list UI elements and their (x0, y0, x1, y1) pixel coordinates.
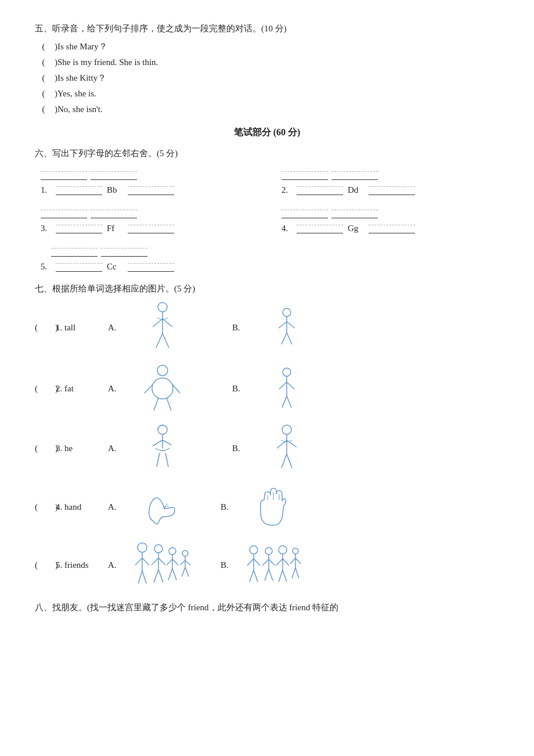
choice-a-label-hand: A. (108, 502, 124, 512)
svg-line-28 (157, 453, 160, 467)
svg-point-39 (138, 543, 147, 552)
svg-line-20 (279, 382, 287, 389)
svg-line-41 (135, 558, 142, 565)
svg-line-59 (180, 560, 185, 565)
word-friends: 5. friends (56, 560, 108, 570)
sentence-row-2: ( )She is my friend. She is thin. (35, 57, 499, 68)
paren-1: ( (35, 41, 52, 52)
letter-dd: Dd (348, 185, 364, 195)
svg-point-63 (250, 546, 258, 554)
svg-line-74 (269, 569, 273, 581)
svg-line-32 (277, 440, 287, 448)
svg-line-84 (295, 558, 301, 564)
svg-line-21 (287, 382, 294, 389)
svg-line-67 (250, 570, 254, 582)
svg-line-27 (163, 440, 171, 445)
letter-gg: Gg (348, 224, 364, 233)
svg-line-33 (287, 440, 297, 447)
figure-he-a (128, 424, 197, 473)
paren-3: ( (35, 73, 52, 84)
letter-bb: Bb (107, 185, 123, 195)
word-he: 3. he (56, 444, 108, 453)
svg-line-17 (167, 398, 171, 411)
svg-line-14 (145, 384, 153, 393)
section-write-letters: 六、写出下列字母的左邻右舍。(5 分) 1. Bb (35, 148, 499, 272)
paren-4: ( (35, 88, 52, 99)
svg-point-6 (283, 308, 291, 316)
svg-line-77 (276, 559, 283, 566)
letter-cc: Cc (107, 262, 123, 272)
num-5: 5. (41, 262, 51, 272)
svg-line-43 (138, 571, 142, 584)
svg-line-47 (151, 558, 158, 565)
figure-hand-b (240, 484, 310, 530)
choice-b-label-fat: B. (232, 384, 248, 394)
num-4: 4. (282, 224, 292, 233)
word-fat: 2. fat (56, 384, 108, 394)
svg-point-57 (182, 550, 188, 556)
sentence-text-3: )Is she Kitty？ (55, 73, 106, 84)
svg-point-69 (265, 548, 272, 555)
letter-grid: 1. Bb (41, 166, 499, 237)
svg-point-75 (279, 546, 287, 554)
paren-hand: ( ) (35, 502, 56, 513)
picture-row-4: ( ) 4. hand A. B. (35, 484, 499, 530)
figure-friends-b (240, 543, 310, 587)
svg-line-22 (282, 396, 287, 408)
svg-point-0 (158, 303, 167, 312)
choice-a-label-fat: A. (108, 384, 124, 394)
sentence-row-5: ( )No, she isn't. (35, 104, 499, 115)
sentence-text-5: )No, she isn't. (55, 105, 103, 114)
figure-hand-a (128, 487, 197, 527)
svg-line-3 (163, 319, 172, 327)
section-listening: 五、听录音，给下列句子排序，使之成为一段完整的对话。(10 分) ( )Is s… (35, 23, 499, 115)
svg-line-35 (287, 454, 292, 468)
letter-item-3: 3. Ff (41, 204, 258, 233)
picture-row-2: ( ) 2. fat A. B. (35, 364, 499, 413)
choice-a-label-he: A. (108, 444, 124, 453)
svg-line-61 (182, 567, 185, 577)
svg-line-29 (165, 453, 168, 467)
word-hand: 4. hand (56, 502, 108, 512)
svg-line-16 (154, 398, 158, 411)
figure-friends-a (128, 541, 209, 590)
figure-he-b (252, 424, 322, 473)
paren-he: ( ) (35, 443, 56, 454)
svg-point-12 (157, 365, 168, 376)
svg-line-71 (262, 559, 269, 566)
svg-line-86 (295, 568, 299, 578)
svg-line-50 (158, 570, 163, 582)
svg-point-45 (154, 545, 163, 553)
svg-line-8 (279, 322, 287, 328)
svg-line-65 (247, 559, 254, 566)
choice-a-label-friends: A. (108, 560, 124, 570)
svg-line-4 (156, 333, 163, 348)
listening-title: 五、听录音，给下列句子排序，使之成为一段完整的对话。(10 分) (35, 23, 499, 34)
svg-line-55 (168, 568, 172, 580)
write-letters-title: 六、写出下列字母的左邻右舍。(5 分) (35, 148, 499, 159)
paren-tall: ( ) (35, 322, 56, 333)
sentence-row-1: ( )Is she Mary？ (35, 41, 499, 52)
letter-item-5: 5. Cc (41, 243, 499, 272)
letter-item-4: 4. Gg (282, 204, 499, 233)
section-8: 八、找朋友。(找一找迷宫里藏了多少个 friend，此外还有两个表达 frien… (35, 600, 499, 615)
choice-area-fat: A. B. (108, 364, 499, 413)
svg-point-13 (152, 378, 173, 399)
choice-a-label-tall: A. (108, 323, 124, 333)
sentence-text-4: )Yes, she is. (55, 89, 96, 99)
letter-item-2: 2. Dd (282, 166, 499, 195)
svg-line-79 (279, 570, 283, 582)
svg-line-26 (153, 440, 163, 446)
choice-b-label-tall: B. (232, 323, 248, 333)
svg-line-42 (142, 558, 149, 565)
svg-line-54 (172, 559, 178, 565)
svg-line-2 (153, 319, 163, 327)
svg-point-51 (169, 548, 176, 555)
num-3: 3. (41, 224, 51, 233)
section-picture-match: 七、根据所给单词选择相应的图片。(5 分) ( ) 1. tall A. (35, 283, 499, 590)
paren-friends: ( ) (35, 560, 56, 571)
letter-item-1: 1. Bb (41, 166, 258, 195)
picture-match-title: 七、根据所给单词选择相应的图片。(5 分) (35, 283, 499, 294)
svg-point-81 (293, 548, 298, 554)
sentence-row-3: ( )Is she Kitty？ (35, 73, 499, 84)
